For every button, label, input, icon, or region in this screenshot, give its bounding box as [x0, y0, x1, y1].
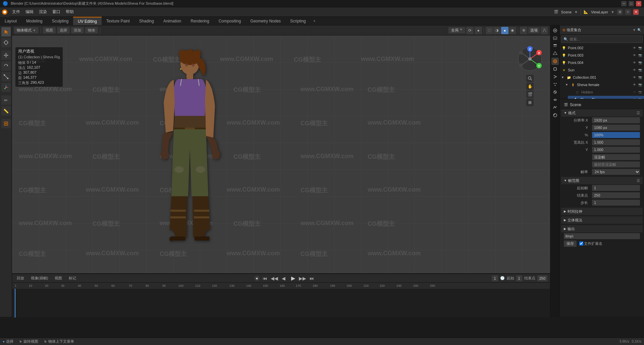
format-section-header[interactable]: ▼ 格式 ☰ — [561, 109, 643, 117]
overlay-options-btn[interactable]: 选项 — [528, 27, 540, 33]
menu-file[interactable]: 文件 — [9, 8, 23, 16]
prop-tab-output[interactable] — [551, 34, 559, 42]
collection-expand[interactable]: ▼ — [561, 76, 564, 79]
tab-shading[interactable]: Shading — [135, 17, 159, 25]
shading-wire-btn[interactable]: ◌ — [486, 27, 493, 34]
tab-geometry-nodes[interactable]: Geometry Nodes — [246, 17, 285, 25]
play-btn[interactable]: ▶ — [289, 275, 297, 282]
time-remapping-header[interactable]: ▶ 时间拉伸 — [561, 208, 643, 215]
timeline-ruler[interactable]: 1 10 20 30 40 50 60 70 80 90 100 110 120… — [12, 283, 550, 318]
aspect-x-value[interactable]: 1.000 — [592, 139, 640, 145]
menu-edit[interactable]: 编辑 — [23, 8, 36, 16]
prop-tab-material[interactable] — [551, 112, 559, 119]
tl-playback-menu[interactable]: 回放 — [15, 275, 26, 281]
prop-tab-modifier[interactable] — [551, 73, 559, 80]
menu-render[interactable]: 渲染 — [36, 8, 50, 16]
camera-btn[interactable]: 🎬 — [526, 91, 534, 98]
tool-annotate[interactable]: ✏ — [1, 95, 11, 105]
tab-compositing[interactable]: Compositing — [214, 17, 246, 25]
res-pct-value[interactable]: 100% — [592, 132, 640, 138]
outliner-item-collection001[interactable]: ▼ 📁 Collection.001 👁 📷 — [560, 74, 644, 81]
point003-hide-btn[interactable]: 👁 — [632, 53, 637, 58]
current-frame[interactable]: 1 — [492, 275, 498, 281]
tab-texture-paint[interactable]: Texture Paint — [102, 17, 135, 25]
jump-end-btn[interactable]: ⏭ — [308, 275, 316, 282]
crop-render-btn[interactable]: 裁切至渲染帧 — [592, 161, 640, 167]
outliner-item-point002[interactable]: 💡 Point.002 👁 📷 — [560, 44, 644, 52]
step-fwd-btn[interactable]: ▶▶ — [299, 275, 307, 282]
res-y-value[interactable]: 1080 px — [592, 125, 640, 131]
save-btn[interactable]: 保存 — [564, 240, 577, 247]
tab-scripting[interactable]: Scripting — [285, 17, 311, 25]
format-menu-icon[interactable]: ☰ — [637, 111, 640, 115]
vp-view-menu[interactable]: 视图 — [43, 27, 56, 33]
nav-gizmo[interactable]: Z X Y — [517, 46, 543, 72]
outliner-item-sun[interactable]: ☀ Sun 👁 📷 — [560, 66, 644, 74]
tab-layout[interactable]: Layout — [0, 17, 21, 25]
scene-add-btn[interactable]: + — [625, 9, 631, 15]
collection001-hide-btn[interactable]: 👁 — [632, 75, 637, 80]
outliner-search-btn[interactable]: 🔍 — [637, 28, 641, 32]
tab-animation[interactable]: Animation — [159, 17, 186, 25]
playhead[interactable] — [15, 289, 15, 318]
stereoscopy-header[interactable]: ▶ 立体视法 — [561, 216, 643, 224]
keyframe-area[interactable] — [12, 289, 550, 318]
point004-render-btn[interactable]: 📷 — [637, 60, 643, 65]
vp-add-menu[interactable]: 添加 — [71, 27, 84, 33]
menu-window[interactable]: 窗口 — [50, 8, 63, 16]
point002-render-btn[interactable]: 📷 — [637, 45, 643, 51]
tl-view-menu[interactable]: 视图 — [53, 275, 64, 281]
zoom-btn[interactable] — [526, 75, 534, 82]
minimize-btn[interactable]: ─ — [621, 1, 627, 6]
prop-tab-particles[interactable] — [551, 81, 559, 88]
tab-uv-editing[interactable]: UV Editing — [73, 17, 102, 25]
jump-back-btn[interactable]: ◀◀ — [270, 275, 278, 282]
vp-select-menu[interactable]: 选择 — [57, 27, 70, 33]
gizmo-toggle-btn[interactable]: 八 — [541, 27, 548, 34]
shading-material-btn[interactable]: ● — [501, 27, 508, 34]
tool-add-cube[interactable] — [1, 119, 11, 128]
outliner-item-point003[interactable]: 💡 Point.003 👁 📷 — [560, 52, 644, 59]
output-path-field[interactable]: /tmp\ — [564, 233, 640, 239]
prop-tab-physics[interactable] — [551, 88, 559, 96]
maximize-btn[interactable]: □ — [629, 1, 634, 6]
shading-rendered-btn[interactable]: ◉ — [509, 27, 516, 34]
tool-transform[interactable] — [1, 83, 11, 92]
sun-hide-btn[interactable]: 👁 — [632, 67, 637, 73]
frame-start-field[interactable]: 1 — [516, 275, 522, 281]
prop-tab-render[interactable] — [551, 27, 559, 34]
add-workspace-btn[interactable]: + — [311, 17, 318, 25]
frame-end-field[interactable]: 250 — [537, 275, 547, 281]
outliner-item-sheva-female[interactable]: ▼ 🧍 Sheva female 👁 📷 — [564, 81, 644, 88]
outliner-item-point004[interactable]: 💡 Point.004 👁 📷 — [560, 59, 644, 66]
end-frame-value[interactable]: 250 — [592, 192, 640, 198]
render-frame-btn[interactable]: 渲染帧 — [592, 154, 640, 160]
jump-start-btn[interactable]: ⏮ — [261, 275, 269, 282]
prop-tab-viewlayer[interactable] — [551, 42, 559, 50]
close-btn[interactable]: ✕ — [636, 1, 641, 6]
frame-range-menu[interactable]: ☰ — [637, 179, 640, 183]
tl-marker-menu[interactable]: 标记 — [67, 275, 78, 281]
sheva-female-render-btn[interactable]: 📷 — [637, 82, 643, 87]
step-back-btn[interactable]: ◀ — [280, 275, 288, 282]
start-frame-value[interactable]: 1 — [592, 185, 640, 191]
step-value[interactable]: 1 — [592, 200, 640, 206]
proportional-btn[interactable]: ● — [475, 27, 482, 34]
sheva-rig-hide-btn[interactable]: 👁 — [632, 97, 637, 99]
tab-modeling[interactable]: Modeling — [21, 17, 47, 25]
tool-select[interactable] — [1, 27, 11, 37]
sheva-female-hide-btn[interactable]: 👁 — [632, 82, 637, 87]
tool-scale[interactable] — [1, 72, 11, 81]
vp-object-menu[interactable]: 物体 — [85, 27, 98, 33]
point003-render-btn[interactable]: 📷 — [637, 53, 643, 58]
tab-sculpting[interactable]: Sculpting — [47, 17, 73, 25]
tool-cursor[interactable] — [1, 38, 11, 47]
outliner-filter-btn[interactable]: ▼ — [633, 28, 636, 32]
fps-selector[interactable]: 24 fps 30 fps 60 fps — [592, 169, 640, 175]
output-section-header[interactable]: ▶ 输出 — [561, 225, 643, 232]
tl-keying-menu[interactable]: 视像(插帧) — [29, 275, 50, 281]
point002-hide-btn[interactable]: 👁 — [632, 45, 637, 51]
viewlayer-selector[interactable]: ▼ — [611, 10, 614, 14]
sun-render-btn[interactable]: 📷 — [637, 67, 643, 73]
aspect-y-value[interactable]: 1.000 — [592, 147, 640, 153]
